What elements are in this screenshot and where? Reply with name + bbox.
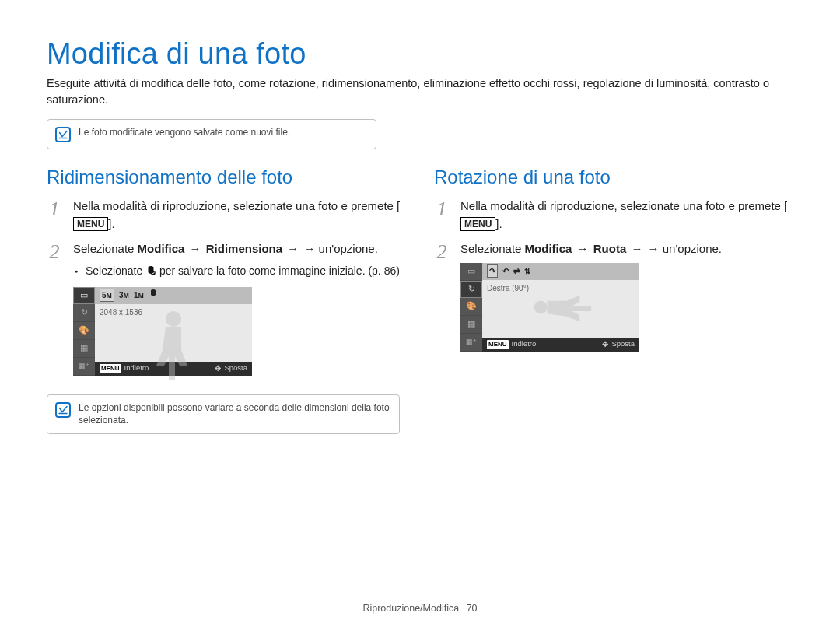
step-number: 1 [434, 198, 450, 233]
menu-button-icon: MENU [73, 217, 108, 231]
size-option: 3м [119, 289, 129, 301]
step-body: Nella modalità di riproduzione, selezion… [460, 198, 793, 233]
arrow-icon: → [282, 242, 303, 255]
step-number: 2 [47, 240, 62, 387]
back-label: Indietro [512, 338, 537, 349]
note-text: Le foto modificate vengono salvate come … [79, 126, 290, 139]
arrow-icon: → [572, 242, 593, 255]
side-tab-rotate-icon: ↻ [460, 281, 482, 298]
lcd-screenshot-rotate: ▭ ↻ 🎨 ▦ ▦⁺ ↷ ↶ [460, 263, 793, 352]
rotate-option-icon: ⇄ [513, 265, 520, 277]
arrow-icon: → [184, 242, 205, 255]
manual-page: Modifica di una foto Eseguite attività d… [0, 0, 840, 634]
text: → un'opzione. [303, 242, 377, 255]
side-tab-resize-icon: ▭ [460, 263, 482, 281]
lcd-bottombar: MENUIndietro ✥Sposta [482, 338, 639, 352]
step-body: Selezionate Modifica → Ruota → → un'opzi… [460, 240, 793, 363]
columns: Ridimensionamento delle foto 1 Nella mod… [47, 166, 793, 451]
footer-page: 70 [467, 603, 478, 614]
svg-point-0 [151, 271, 156, 275]
lcd-topbar: ↷ ↶ ⇄ ⇅ [482, 263, 639, 280]
lcd-canvas: 2048 x 1536 [95, 304, 252, 362]
text: per salvare la foto come immagine inizia… [156, 264, 400, 277]
back-label: Indietro [124, 363, 149, 373]
lcd-topbar: 5м 3м 1м [95, 287, 252, 304]
dpad-icon: ✥ [602, 341, 608, 349]
side-tab-effect-icon: ▦⁺ [73, 358, 95, 376]
move-label: Sposta [611, 338, 635, 349]
lcd-canvas: Destra (90°) [482, 280, 639, 338]
rotate-option-icon: ↶ [502, 265, 509, 277]
column-resize: Ridimensionamento delle foto 1 Nella mod… [47, 166, 406, 451]
menu-button-icon: MENU [460, 217, 495, 231]
canvas-label: Destra (90°) [487, 282, 529, 294]
bold: Ridimensiona [206, 242, 282, 255]
text: Nella modalità di riproduzione, selezion… [73, 199, 400, 212]
bold: Modifica [525, 242, 572, 255]
step-1: 1 Nella modalità di riproduzione, selezi… [47, 198, 406, 233]
lcd-screenshot-resize: ▭ ↻ 🎨 ▦ ▦⁺ 5м 3м [73, 287, 406, 376]
heading-rotate: Rotazione di una foto [434, 166, 793, 188]
size-option: 1м [134, 289, 144, 301]
arrow-icon: → [626, 242, 647, 255]
note-icon [55, 402, 71, 418]
note-text: Le opzioni disponibili possono variare a… [79, 401, 390, 428]
step-number: 1 [47, 198, 62, 233]
side-tab-resize-icon: ▭ [73, 287, 95, 304]
step-number: 2 [434, 240, 450, 363]
sub-bullet: Selezionate per salvare la foto come imm… [73, 263, 406, 279]
page-title: Modifica di una foto [47, 37, 793, 71]
side-tab-adjust-icon: ▦ [73, 340, 95, 358]
step-1: 1 Nella modalità di riproduzione, selezi… [434, 198, 793, 233]
menu-tag-icon: MENU [100, 364, 121, 373]
side-tab-palette-icon: 🎨 [460, 298, 482, 316]
text: Selezionate [73, 242, 138, 255]
footer-section: Riproduzione/Modifica [362, 603, 459, 614]
heading-resize: Ridimensionamento delle foto [47, 166, 406, 188]
svg-point-1 [166, 311, 181, 327]
person-silhouette-icon [150, 310, 197, 395]
side-tab-rotate-icon: ↻ [73, 304, 95, 322]
step-2: 2 Selezionate Modifica → Ruota → → un'op… [434, 240, 793, 363]
bold: Ruota [593, 242, 627, 255]
step-2: 2 Selezionate Modifica → Ridimensiona → … [47, 240, 406, 387]
size-option-person-icon [149, 289, 158, 302]
note-box-bottom: Le opzioni disponibili possono variare a… [47, 394, 400, 435]
svg-point-2 [534, 301, 548, 314]
note-icon [55, 127, 71, 142]
size-option: 5м [100, 289, 114, 302]
side-tab-effect-icon: ▦⁺ [460, 334, 482, 352]
intro-text: Eseguite attività di modifica delle foto… [47, 75, 793, 108]
text: ]. [108, 217, 114, 230]
startup-image-icon [145, 264, 156, 273]
canvas-label: 2048 x 1536 [100, 306, 142, 318]
step-body: Selezionate Modifica → Ridimensiona → → … [73, 240, 406, 387]
move-label: Sposta [224, 363, 247, 373]
text: Nella modalità di riproduzione, selezion… [460, 199, 787, 212]
text: → un'opzione. [648, 242, 722, 255]
bold: Modifica [138, 242, 185, 255]
text: Selezionate [86, 264, 145, 277]
note-box-top: Le foto modificate vengono salvate come … [47, 119, 376, 149]
column-rotate: Rotazione di una foto 1 Nella modalità d… [434, 166, 793, 451]
text: ]. [495, 217, 502, 230]
dpad-icon: ✥ [215, 365, 221, 373]
menu-tag-icon: MENU [487, 340, 509, 349]
text: Selezionate [460, 242, 525, 255]
side-tab-adjust-icon: ▦ [460, 316, 482, 334]
rotate-option-icon: ⇅ [524, 265, 530, 277]
page-footer: Riproduzione/Modifica 70 [0, 603, 840, 614]
side-tab-palette-icon: 🎨 [73, 322, 95, 340]
step-body: Nella modalità di riproduzione, selezion… [73, 198, 406, 233]
person-silhouette-icon [533, 288, 604, 327]
rotate-option-icon: ↷ [487, 264, 498, 278]
